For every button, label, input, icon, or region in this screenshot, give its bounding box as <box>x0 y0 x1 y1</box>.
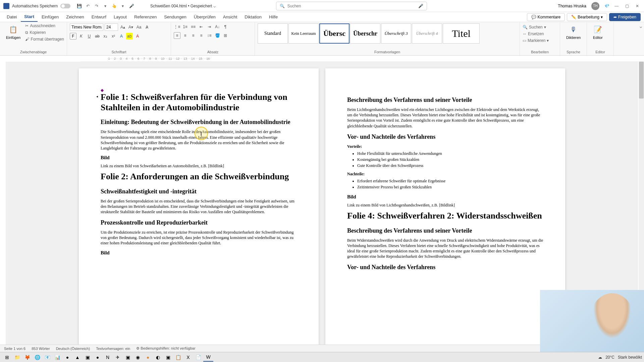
save-icon[interactable]: 💾 <box>76 3 82 9</box>
paste-button[interactable]: 📋 Einfügen <box>3 23 24 49</box>
vlc-icon[interactable]: ▲ <box>72 353 83 362</box>
heading-vornachteile2[interactable]: Vor- und Nachteile des Verfahrens <box>347 264 543 271</box>
outlook-icon[interactable]: 📧 <box>42 353 52 362</box>
list-item[interactable]: Kostengünstig bei großen Stückzahlen <box>357 157 543 163</box>
tab-diktation[interactable]: Diktation <box>241 12 265 21</box>
touch-mode-icon[interactable]: 👆 <box>111 3 117 9</box>
undo-icon[interactable]: ↶ <box>85 3 91 9</box>
heading-bild2[interactable]: Bild <box>101 250 297 256</box>
start-button[interactable]: ⊞ <box>2 353 12 362</box>
maximize-icon[interactable]: ▢ <box>625 4 629 8</box>
tab-layout[interactable]: Layout <box>110 12 130 21</box>
style-heading3[interactable]: Überschrift 3 <box>381 23 411 44</box>
style-heading4[interactable]: Überschrift 4 <box>412 23 442 44</box>
heading-bild1[interactable]: Bild <box>101 155 297 161</box>
page-1[interactable]: ◆ ◂ Folie 1: Schweißverfahren für die Ve… <box>79 68 319 352</box>
filename-dropdown-icon[interactable]: ⌵ <box>213 4 216 8</box>
excel-icon[interactable]: X <box>183 353 193 362</box>
align-left-icon[interactable]: ≡ <box>174 32 180 39</box>
font-size-combo[interactable] <box>105 23 118 31</box>
vorteile-label[interactable]: Vorteile: <box>347 144 543 149</box>
dictate-button[interactable]: 🎙 Diktieren <box>563 23 584 49</box>
format-painter-button[interactable]: 🖌 Format übertragen <box>25 37 64 42</box>
powerpoint-icon[interactable]: 📊 <box>52 353 62 362</box>
editor-button[interactable]: 📝 Editor <box>590 23 606 49</box>
premium-icon[interactable]: 💎 <box>604 4 609 8</box>
explorer-icon[interactable]: 📁 <box>12 353 22 362</box>
increase-indent-icon[interactable]: ⇥ <box>206 23 213 30</box>
app-icon-2[interactable]: ▣ <box>83 353 93 362</box>
filename[interactable]: Schweißen 004.html <box>150 4 187 8</box>
strikethrough-icon[interactable]: ab <box>94 33 101 40</box>
sort-icon[interactable]: A↓ <box>214 23 221 30</box>
replace-button[interactable]: ↔ Ersetzen <box>523 32 549 36</box>
autosave-toggle[interactable] <box>60 4 70 8</box>
paragraph-einleitung[interactable]: Die Schweißverbindung spielt eine entsch… <box>101 129 297 151</box>
app-icon-1[interactable]: ● <box>62 353 72 362</box>
status-predictions[interactable]: Textvorhersagen: ein <box>96 347 130 351</box>
heading-folie1[interactable]: Folie 1: Schweißverfahren für die Verbin… <box>101 92 297 113</box>
font-family-combo[interactable] <box>70 23 103 31</box>
ribbon-collapse-icon[interactable]: ⌵ <box>638 22 644 55</box>
save-state[interactable]: Gespeichert <box>191 4 212 8</box>
close-icon[interactable]: ✕ <box>636 4 639 8</box>
list-item[interactable]: Erfordert erfahrene Schweißer für optima… <box>357 178 543 184</box>
clear-format-icon[interactable]: A̷ <box>144 24 150 31</box>
list-item[interactable]: Gute Kontrolle über den Schweißprozess <box>357 163 543 169</box>
minimize-icon[interactable]: — <box>614 4 619 8</box>
weather-text[interactable]: Stark bewölkt <box>618 355 642 360</box>
word-taskbar-icon[interactable]: W <box>203 353 213 362</box>
underline-icon[interactable]: U <box>86 33 93 40</box>
tab-zeichnen[interactable]: Zeichnen <box>63 12 87 21</box>
style-gallery[interactable]: Standard Kein Leerraum Übersc Überschr Ü… <box>258 23 480 44</box>
app-icon-6[interactable]: ▣ <box>163 353 173 362</box>
heading-prozess[interactable]: Prozesskontrolle und Reproduzierbarkeit <box>101 219 297 226</box>
outline-marker-icon[interactable]: ◂ <box>96 95 98 98</box>
notepad-icon[interactable]: 📄 <box>193 353 203 362</box>
paragraph-lichtbogen[interactable]: Beim Lichtbogenhandschweißen wird ein el… <box>347 107 543 129</box>
weather-temp[interactable]: 20°C <box>605 355 614 360</box>
subscript-icon[interactable]: x₂ <box>102 33 109 40</box>
align-center-icon[interactable]: ≡ <box>182 32 189 39</box>
app-icon-4[interactable]: ▣ <box>123 353 133 362</box>
telegram-icon[interactable]: ✈ <box>113 353 123 362</box>
heading-vornachteile1[interactable]: Vor- und Nachteile des Verfahrens <box>347 133 543 140</box>
superscript-icon[interactable]: x² <box>110 33 117 40</box>
grow-font-icon[interactable]: A▴ <box>119 24 126 31</box>
share-button[interactable]: ➦ Freigeben <box>609 13 641 21</box>
search-box[interactable]: 🔍 🎤 <box>276 2 427 10</box>
qat-more-icon[interactable]: ▾ <box>120 3 125 9</box>
qat-dropdown-icon[interactable]: ▾ <box>103 3 108 9</box>
style-standard[interactable]: Standard <box>258 23 288 44</box>
heading-beschreibung2[interactable]: Beschreibung des Verfahrens und seiner V… <box>347 227 543 234</box>
bold-icon[interactable]: F <box>70 33 76 40</box>
borders-icon[interactable]: ⊞ <box>222 32 229 39</box>
decrease-indent-icon[interactable]: ⇤ <box>198 23 205 30</box>
page-2[interactable]: Beschreibung des Verfahrens und seiner V… <box>325 68 565 352</box>
paragraph-bildlink2[interactable]: Link zu einem Bild von Lichtbogenhandsch… <box>347 202 543 208</box>
status-accessibility[interactable]: ⚙ Bedienungshilfen: nicht verfügbar <box>136 346 195 351</box>
mic-search-icon[interactable]: 🎤 <box>418 4 423 8</box>
tab-referenzen[interactable]: Referenzen <box>131 12 160 21</box>
comments-button[interactable]: 💬 Kommentare <box>527 13 565 21</box>
tab-ansicht[interactable]: Ansicht <box>220 12 241 21</box>
status-words[interactable]: 853 Wörter <box>32 347 50 351</box>
heading-folie2[interactable]: Folie 2: Anforderungen an die Schweißver… <box>101 171 297 182</box>
style-heading1[interactable]: Übersc <box>319 23 350 44</box>
shading-icon[interactable]: 🪣 <box>214 32 221 39</box>
list-item[interactable]: Zeitintensiver Prozess bei großen Stückz… <box>357 184 543 190</box>
align-right-icon[interactable]: ≡ <box>190 32 197 39</box>
app-icon-3[interactable]: ● <box>93 353 103 362</box>
editing-mode-button[interactable]: ✏️ Bearbeitung ▾ <box>567 13 607 21</box>
weather-icon[interactable]: ☁ <box>598 355 602 360</box>
paragraph-bildlink1[interactable]: Link zu einem Bild von Schweißarbeiten a… <box>101 163 297 169</box>
firefox-icon[interactable]: 🦊 <box>22 353 32 362</box>
heading-beschreibung1[interactable]: Beschreibung des Verfahrens und seiner V… <box>347 97 543 104</box>
highlight-icon[interactable]: ab <box>126 33 133 40</box>
text-effects-icon[interactable]: A <box>118 33 125 40</box>
user-avatar[interactable]: TH <box>591 2 599 10</box>
show-marks-icon[interactable]: ¶ <box>222 23 229 30</box>
search-input[interactable] <box>287 4 416 8</box>
recording-icon[interactable]: ● <box>143 353 153 362</box>
onenote-icon[interactable]: N <box>103 353 113 362</box>
